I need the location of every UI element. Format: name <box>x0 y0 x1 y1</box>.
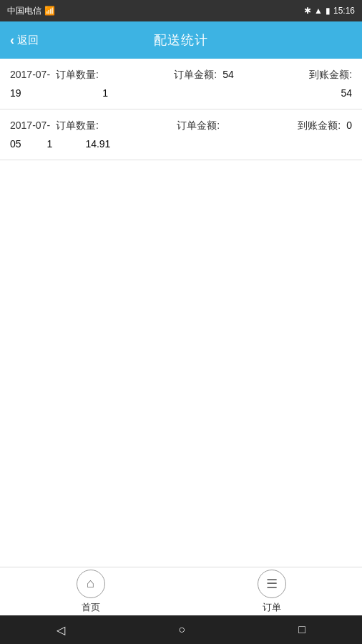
bluetooth-icon: ✱ <box>304 6 311 16</box>
bottom-nav: ⌂ 首页 ☰ 订单 <box>0 567 362 615</box>
battery-icon: ▮ <box>326 6 331 16</box>
date-label-2: 2017-07- <box>10 119 50 131</box>
android-home-button[interactable]: ○ <box>178 623 185 636</box>
record-row2-1: 19 1 54 <box>10 87 352 99</box>
order-amount-value-1: 54 <box>222 69 234 80</box>
home-icon-circle: ⌂ <box>77 570 105 598</box>
order-label: 订单 <box>263 601 281 614</box>
order-count-value-1: 1 <box>102 87 108 99</box>
nav-order[interactable]: ☰ 订单 <box>258 570 286 614</box>
order-amount-label-2: 订单金额: <box>177 119 220 132</box>
order-count-label-2: 订单数量: <box>56 119 99 132</box>
signal-icon: ▲ <box>314 6 323 16</box>
date-suffix-1: 19 <box>10 87 21 99</box>
received-label-1: 到账金额: <box>309 69 352 82</box>
android-back-button[interactable]: ◁ <box>57 623 65 637</box>
wifi-icon: 📶 <box>44 6 55 16</box>
received-inline-2: 0 <box>346 119 352 131</box>
order-count-value-2: 1 <box>47 138 53 150</box>
nav-home[interactable]: ⌂ 首页 <box>77 570 105 614</box>
record-row2-2: 05 1 14.91 <box>10 138 352 150</box>
time-label: 15:16 <box>333 6 355 16</box>
order-count-label-1: 订单数量: <box>56 69 99 82</box>
order-icon: ☰ <box>266 576 278 592</box>
header: ‹ 返回 配送统计 <box>0 21 362 59</box>
record-row1-2: 2017-07- 订单数量: 订单金额: 到账金额: 0 <box>10 119 352 132</box>
status-bar: 中国电信 📶 ✱ ▲ ▮ 15:16 <box>0 0 362 21</box>
android-recent-button[interactable]: □ <box>298 623 305 636</box>
home-icon: ⌂ <box>87 576 94 591</box>
back-button[interactable]: ‹ 返回 <box>0 33 49 48</box>
carrier-label: 中国电信 <box>7 5 41 17</box>
date-suffix-2: 05 <box>10 138 21 150</box>
status-right: ✱ ▲ ▮ 15:16 <box>304 6 355 16</box>
date-label-1: 2017-07- <box>10 69 50 80</box>
received-value-1: 54 <box>341 87 352 99</box>
home-label: 首页 <box>82 601 100 614</box>
record-item-2: 2017-07- 订单数量: 订单金额: 到账金额: 0 05 1 14.91 <box>0 109 362 160</box>
page-title: 配送统计 <box>154 31 208 49</box>
order-amount-label-1: 订单金额: <box>174 69 217 82</box>
record-item-1: 2017-07- 订单数量: 订单金额: 54 到账金额: 19 1 54 <box>0 59 362 109</box>
content-area: 2017-07- 订单数量: 订单金额: 54 到账金额: 19 1 54 20… <box>0 59 362 567</box>
back-label: 返回 <box>17 34 39 47</box>
order-icon-circle: ☰ <box>258 570 286 598</box>
android-nav-bar: ◁ ○ □ <box>0 615 362 644</box>
received-label-2: 到账金额: <box>298 119 341 132</box>
status-left: 中国电信 📶 <box>7 5 55 17</box>
back-arrow-icon: ‹ <box>10 33 14 48</box>
record-row1-1: 2017-07- 订单数量: 订单金额: 54 到账金额: <box>10 69 352 82</box>
order-amount-value-2: 14.91 <box>85 138 110 150</box>
